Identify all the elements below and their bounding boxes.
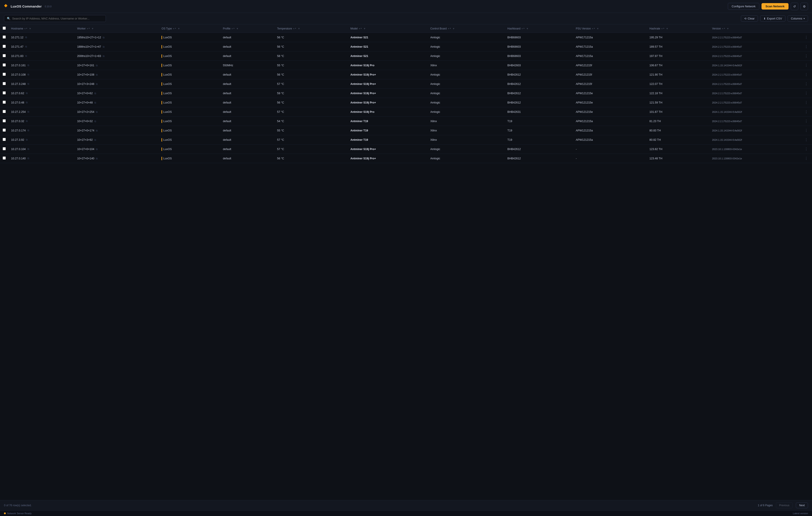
row-checkbox-cell[interactable] <box>0 107 8 116</box>
worker-copy-icon[interactable]: ⧉ <box>103 55 105 58</box>
row-checkbox-cell[interactable] <box>0 51 8 61</box>
worker-copy-icon[interactable]: ⧉ <box>103 36 105 39</box>
row-checkbox[interactable] <box>3 157 6 160</box>
worker-copy-icon[interactable]: ⧉ <box>96 73 98 76</box>
next-button[interactable]: Next <box>796 503 808 508</box>
hashrate-sort[interactable]: ▲▼ <box>661 27 665 29</box>
row-checkbox[interactable] <box>3 45 6 48</box>
row-more-button[interactable]: ⋮ <box>803 137 809 142</box>
hostname-copy-icon[interactable]: ⧉ <box>26 92 28 94</box>
hostname-sort[interactable]: ▲▼ <box>24 27 28 29</box>
row-checkbox[interactable] <box>3 82 6 85</box>
worker-copy-icon[interactable]: ⧉ <box>94 138 96 141</box>
row-checkbox-cell[interactable] <box>0 98 8 107</box>
hostname-copy-icon[interactable]: ⧉ <box>26 138 28 141</box>
model-sort[interactable]: ▲▼ <box>358 27 362 29</box>
hostname-copy-icon[interactable]: ⧉ <box>25 45 27 48</box>
columns-button[interactable]: Columns ▾ <box>788 15 808 22</box>
scan-network-button[interactable]: Scan Network <box>761 3 788 9</box>
row-more-button[interactable]: ⋮ <box>803 72 809 77</box>
temp-filter[interactable]: ▼ <box>298 27 300 30</box>
control-filter[interactable]: ▼ <box>453 27 455 30</box>
row-more-button[interactable]: ⋮ <box>803 53 809 58</box>
hostname-copy-icon[interactable]: ⧉ <box>27 64 29 67</box>
worker-copy-icon[interactable]: ⧉ <box>96 111 98 113</box>
profile-filter[interactable]: ▼ <box>236 27 238 30</box>
worker-copy-icon[interactable]: ⧉ <box>103 46 105 48</box>
temp-sort[interactable]: ▲▼ <box>293 27 296 29</box>
hostname-copy-icon[interactable]: ⧉ <box>25 55 27 57</box>
model-filter[interactable]: ▼ <box>363 27 366 30</box>
row-more-button[interactable]: ⋮ <box>803 81 809 86</box>
worker-copy-icon[interactable]: ⧉ <box>96 157 98 160</box>
row-checkbox[interactable] <box>3 129 6 132</box>
row-checkbox-cell[interactable] <box>0 89 8 98</box>
hostname-filter[interactable]: ▼ <box>29 27 31 30</box>
row-checkbox-cell[interactable] <box>0 33 8 42</box>
hostname-copy-icon[interactable]: ⧉ <box>27 82 29 85</box>
row-checkbox[interactable] <box>3 35 6 38</box>
row-more-button[interactable]: ⋮ <box>803 35 809 40</box>
row-checkbox-cell[interactable] <box>0 126 8 135</box>
row-more-button[interactable]: ⋮ <box>803 128 809 133</box>
worker-copy-icon[interactable]: ⧉ <box>96 83 98 86</box>
export-csv-button[interactable]: ⬇ Export CSV <box>760 15 785 22</box>
version-sort[interactable]: ▲▼ <box>722 27 725 29</box>
row-checkbox[interactable] <box>3 138 6 141</box>
worker-sort[interactable]: ▲▼ <box>87 27 90 29</box>
hostname-copy-icon[interactable]: ⧉ <box>27 157 29 160</box>
worker-copy-icon[interactable]: ⧉ <box>94 101 96 104</box>
row-checkbox[interactable] <box>3 110 6 113</box>
row-checkbox-cell[interactable] <box>0 79 8 89</box>
ostype-filter[interactable]: ▼ <box>178 27 180 30</box>
settings-button[interactable]: ⚙ <box>801 3 808 10</box>
search-input[interactable] <box>12 17 103 20</box>
row-more-button[interactable]: ⋮ <box>803 91 809 96</box>
control-sort[interactable]: ▲▼ <box>447 27 451 29</box>
previous-button[interactable]: Previous <box>776 503 793 508</box>
worker-copy-icon[interactable]: ⧉ <box>96 148 98 151</box>
row-checkbox-cell[interactable] <box>0 70 8 79</box>
row-checkbox[interactable] <box>3 147 6 150</box>
row-more-button[interactable]: ⋮ <box>803 156 809 161</box>
hostname-copy-icon[interactable]: ⧉ <box>27 129 29 132</box>
row-checkbox-cell[interactable] <box>0 144 8 154</box>
worker-copy-icon[interactable]: ⧉ <box>96 129 98 132</box>
row-checkbox[interactable] <box>3 119 6 123</box>
row-more-button[interactable]: ⋮ <box>803 63 809 68</box>
worker-filter[interactable]: ▼ <box>91 27 94 30</box>
hostname-copy-icon[interactable]: ⧉ <box>25 36 27 39</box>
hostname-copy-icon[interactable]: ⧉ <box>26 101 28 104</box>
ostype-sort[interactable]: ▲▼ <box>173 27 176 29</box>
row-checkbox[interactable] <box>3 73 6 76</box>
row-more-button[interactable]: ⋮ <box>803 146 809 152</box>
row-checkbox[interactable] <box>3 63 6 66</box>
hostname-copy-icon[interactable]: ⧉ <box>27 110 29 113</box>
configure-network-button[interactable]: Configure Network <box>728 3 759 10</box>
row-checkbox-cell[interactable] <box>0 154 8 163</box>
hashrate-filter[interactable]: ▼ <box>666 27 668 30</box>
row-checkbox[interactable] <box>3 54 6 57</box>
row-more-button[interactable]: ⋮ <box>803 44 809 49</box>
select-all-header[interactable] <box>0 24 8 33</box>
row-checkbox-cell[interactable] <box>0 42 8 51</box>
row-checkbox-cell[interactable] <box>0 135 8 144</box>
row-more-button[interactable]: ⋮ <box>803 118 809 124</box>
hashboard-sort[interactable]: ▲▼ <box>521 27 525 29</box>
hostname-copy-icon[interactable]: ⧉ <box>27 73 29 76</box>
version-filter[interactable]: ▼ <box>727 27 729 30</box>
refresh-button[interactable]: ↺ <box>791 3 798 10</box>
worker-copy-icon[interactable]: ⧉ <box>96 64 98 67</box>
psu-sort[interactable]: ▲▼ <box>591 27 595 29</box>
select-all-checkbox[interactable] <box>3 27 6 30</box>
hostname-copy-icon[interactable]: ⧉ <box>26 120 28 123</box>
row-more-button[interactable]: ⋮ <box>803 109 809 114</box>
worker-copy-icon[interactable]: ⧉ <box>94 120 96 123</box>
row-checkbox[interactable] <box>3 91 6 94</box>
row-checkbox[interactable] <box>3 101 6 104</box>
row-checkbox-cell[interactable] <box>0 61 8 70</box>
worker-copy-icon[interactable]: ⧉ <box>94 92 96 95</box>
psu-filter[interactable]: ▼ <box>597 27 599 30</box>
hostname-copy-icon[interactable]: ⧉ <box>27 147 29 151</box>
row-more-button[interactable]: ⋮ <box>803 100 809 105</box>
